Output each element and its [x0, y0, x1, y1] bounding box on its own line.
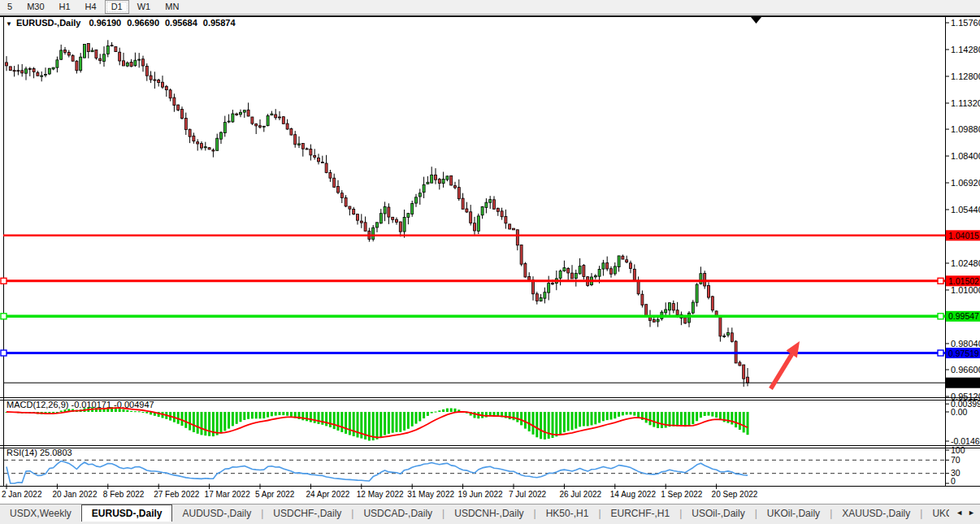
line-handle[interactable]: [938, 278, 943, 284]
svg-text:0: 0: [951, 476, 956, 486]
svg-text:7 Jul 2022: 7 Jul 2022: [509, 490, 547, 499]
tab-scroll-arrows: ◄►: [953, 509, 978, 517]
tab-scroll-left-icon[interactable]: ◄: [953, 509, 965, 517]
svg-text:14 Aug 2022: 14 Aug 2022: [610, 490, 657, 499]
symbol-tab[interactable]: UKOil-,Da: [922, 505, 949, 522]
svg-text:12 May 2022: 12 May 2022: [357, 490, 404, 499]
symbol-tab[interactable]: USDCNH-,Daily: [444, 505, 533, 522]
timeframe-button-h4[interactable]: H4: [79, 0, 103, 14]
symbol-tab[interactable]: USOil-,Daily: [682, 505, 754, 522]
svg-text:20 Jan 2022: 20 Jan 2022: [52, 490, 97, 499]
bottom-tab-bar: USDX,WeeklyEURUSD-,DailyAUDUSD-,Daily|US…: [0, 504, 980, 524]
line-handle[interactable]: [1, 278, 7, 284]
chart-background: [0, 15, 980, 504]
collapse-arrow-icon[interactable]: ▼: [6, 20, 12, 28]
rsi-label: RSI(14) 25.0803: [7, 448, 72, 457]
svg-text:8 Feb 2022: 8 Feb 2022: [103, 490, 145, 499]
svg-text:1.01000: 1.01000: [951, 285, 980, 295]
svg-text:27 Feb 2022: 27 Feb 2022: [154, 490, 200, 499]
symbol-tab[interactable]: USDX,Weekly: [0, 505, 81, 522]
timeframe-button-mn[interactable]: MN: [158, 0, 185, 14]
timeframe-toolbar: 5M30H1H4D1W1MN: [0, 0, 980, 15]
svg-text:1.02480: 1.02480: [951, 258, 980, 268]
svg-text:0.98040: 0.98040: [951, 339, 980, 349]
svg-text:0.99547: 0.99547: [948, 311, 979, 321]
tab-scroll-right-icon[interactable]: ►: [965, 509, 978, 517]
svg-text:0.96600: 0.96600: [951, 365, 980, 375]
svg-text:70: 70: [951, 455, 960, 465]
price-line-label: 0.99547: [946, 311, 980, 322]
timeframe-button-h1[interactable]: H1: [53, 0, 77, 14]
svg-text:1.11320: 1.11320: [951, 98, 980, 108]
svg-text:2 Jan 2022: 2 Jan 2022: [2, 490, 42, 499]
svg-text:1.01502: 1.01502: [948, 276, 979, 286]
svg-text:1.05440: 1.05440: [951, 205, 980, 214]
svg-text:20 Sep 2022: 20 Sep 2022: [712, 490, 758, 499]
price-line-label: 0.97519: [946, 348, 980, 358]
svg-text:1 Sep 2022: 1 Sep 2022: [661, 490, 703, 499]
symbol-tab[interactable]: HK50-,H1: [536, 505, 599, 522]
line-handle[interactable]: [938, 314, 943, 319]
svg-text:17 Mar 2022: 17 Mar 2022: [205, 490, 251, 499]
svg-text:0.00: 0.00: [951, 407, 968, 417]
price-line-label: 1.01502: [946, 275, 980, 286]
symbol-tab[interactable]: USDCAD-,Daily: [353, 505, 442, 522]
svg-text:5 Apr 2022: 5 Apr 2022: [255, 490, 295, 499]
svg-text:1.15760: 1.15760: [951, 18, 980, 28]
symbol-tab[interactable]: EURCHF-,H1: [601, 505, 680, 522]
timeframe-button-w1[interactable]: W1: [131, 0, 158, 14]
svg-text:100: 100: [951, 445, 965, 455]
timeframe-button-d1[interactable]: D1: [105, 0, 129, 14]
svg-text:1.08400: 1.08400: [951, 151, 980, 161]
timeframe-button-5[interactable]: 5: [1, 0, 19, 14]
svg-text:1.12800: 1.12800: [951, 71, 980, 81]
svg-text:1.06920: 1.06920: [951, 178, 980, 188]
price-line-label: 0.95874: [946, 378, 980, 388]
svg-text:26 Jul 2022: 26 Jul 2022: [559, 490, 601, 499]
svg-text:19 Jun 2022: 19 Jun 2022: [458, 490, 503, 499]
line-handle[interactable]: [938, 350, 943, 356]
line-handle[interactable]: [1, 350, 7, 356]
svg-text:31 May 2022: 31 May 2022: [407, 490, 454, 499]
svg-text:1.04015: 1.04015: [948, 231, 979, 240]
chart-window: ▼ EURUSD-,Daily0.961900.966900.956840.95…: [0, 15, 980, 504]
svg-text:0.97519: 0.97519: [948, 349, 979, 358]
price-line-label: 1.04015: [946, 230, 980, 240]
symbol-tab[interactable]: UKOil-,Daily: [757, 505, 830, 522]
svg-text:24 Apr 2022: 24 Apr 2022: [306, 490, 349, 499]
symbol-tab[interactable]: EURUSD-,Daily: [81, 505, 173, 522]
symbol-tabs: USDX,WeeklyEURUSD-,DailyAUDUSD-,Daily|US…: [0, 505, 949, 522]
timeframe-button-m30[interactable]: M30: [20, 0, 50, 14]
symbol-tab[interactable]: AUDUSD-,Daily: [172, 505, 261, 522]
line-handle[interactable]: [1, 314, 7, 319]
svg-text:1.09880: 1.09880: [951, 124, 980, 134]
symbol-tab[interactable]: USDCHF-,Daily: [263, 505, 351, 522]
macd-label: MACD(12,26,9) -0.010171 -0.004947: [7, 400, 154, 409]
symbol-tab[interactable]: XAUUSD-,Daily: [832, 505, 920, 522]
svg-text:1.14280: 1.14280: [951, 45, 980, 54]
svg-text:0.95874: 0.95874: [948, 378, 979, 388]
